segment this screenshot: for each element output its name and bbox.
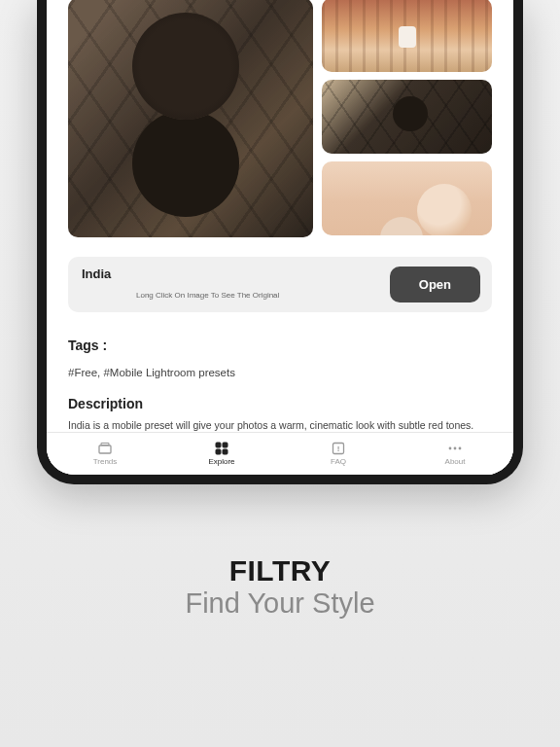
tab-faq-label: FAQ bbox=[331, 457, 346, 466]
image-gallery bbox=[68, 0, 492, 237]
description-section: Description India is a mobile preset wil… bbox=[68, 396, 492, 432]
svg-rect-4 bbox=[216, 449, 221, 454]
tags-text: #Free, #Mobile Lightroom presets bbox=[68, 367, 492, 378]
tags-section: Tags : #Free, #Mobile Lightroom presets bbox=[68, 338, 492, 378]
svg-rect-3 bbox=[223, 443, 228, 447]
thumbnail-column bbox=[322, 0, 492, 237]
more-icon bbox=[447, 442, 463, 455]
preset-action-bar: India Long Click On Image To See The Ori… bbox=[68, 257, 492, 312]
svg-rect-1 bbox=[101, 444, 109, 445]
tab-faq[interactable]: ! FAQ bbox=[280, 433, 397, 475]
svg-point-9 bbox=[454, 447, 457, 450]
thumbnail-1[interactable] bbox=[322, 0, 492, 72]
svg-point-8 bbox=[449, 447, 452, 450]
tab-about-label: About bbox=[445, 457, 466, 466]
grid-icon bbox=[214, 442, 229, 455]
app-screen: India Long Click On Image To See The Ori… bbox=[47, 0, 513, 475]
main-preview-image[interactable] bbox=[68, 0, 313, 237]
bottom-tab-bar: Trends Explore ! FAQ About bbox=[47, 432, 513, 475]
marketing-text: FILTRY Find Your Style bbox=[185, 554, 374, 620]
tags-heading: Tags : bbox=[68, 338, 492, 353]
tab-trends[interactable]: Trends bbox=[47, 433, 163, 475]
faq-icon: ! bbox=[331, 442, 346, 455]
content-area: India Long Click On Image To See The Ori… bbox=[47, 0, 513, 432]
open-button[interactable]: Open bbox=[390, 267, 480, 302]
trends-icon bbox=[97, 442, 113, 455]
svg-rect-0 bbox=[99, 445, 111, 453]
description-heading: Description bbox=[68, 396, 492, 411]
long-press-hint: Long Click On Image To See The Original bbox=[136, 291, 279, 300]
description-text: India is a mobile preset will give your … bbox=[68, 418, 492, 432]
thumbnail-2[interactable] bbox=[322, 80, 492, 154]
tab-about[interactable]: About bbox=[397, 433, 513, 475]
svg-rect-5 bbox=[223, 449, 228, 454]
tagline: Find Your Style bbox=[185, 587, 374, 620]
brand-name: FILTRY bbox=[185, 554, 374, 587]
tab-explore[interactable]: Explore bbox=[163, 433, 280, 475]
thumbnail-3[interactable] bbox=[322, 161, 492, 235]
svg-text:!: ! bbox=[337, 445, 340, 453]
preset-info: India Long Click On Image To See The Ori… bbox=[82, 267, 279, 300]
tab-explore-label: Explore bbox=[208, 457, 234, 466]
svg-point-10 bbox=[459, 447, 462, 450]
svg-rect-2 bbox=[216, 443, 221, 447]
preset-title: India bbox=[82, 267, 279, 281]
tab-trends-label: Trends bbox=[93, 457, 118, 466]
tablet-frame: India Long Click On Image To See The Ori… bbox=[37, 0, 523, 484]
